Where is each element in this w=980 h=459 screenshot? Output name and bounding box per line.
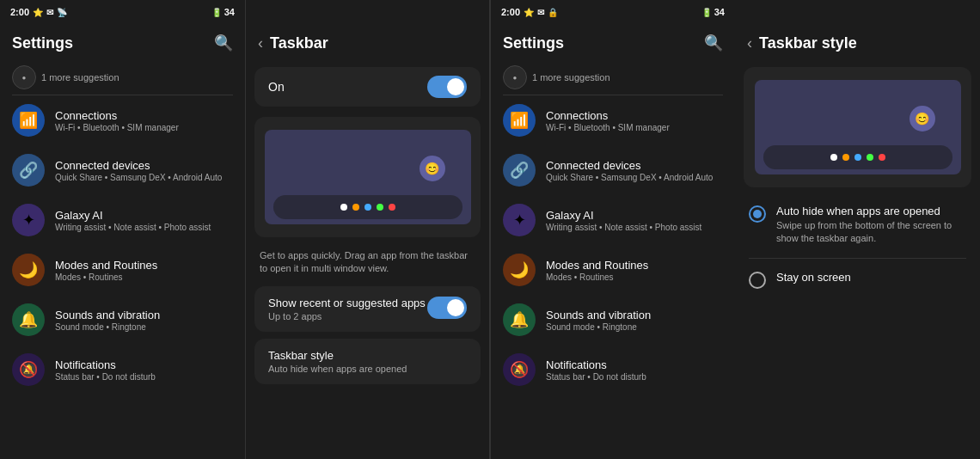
stay-on-option[interactable]: Stay on screen <box>735 259 980 301</box>
modes-title-right: Modes and Routines <box>546 259 648 272</box>
sounds-icon-right: 🔔 <box>503 303 536 336</box>
settings-item-connections-right[interactable]: 📶 Connections Wi-Fi • Bluetooth • SIM ma… <box>491 95 735 145</box>
style-dot-3 <box>854 154 861 161</box>
taskbar-description: Get to apps quickly. Drag an app from th… <box>246 242 489 283</box>
message-icon: ✉ <box>46 8 53 17</box>
connected-devices-subtitle-left: Quick Share • Samsung DeX • Android Auto <box>55 173 222 182</box>
show-recent-toggle-knob <box>447 299 464 316</box>
style-dot-5 <box>879 154 885 161</box>
style-preview-inner: 😊 <box>755 80 961 174</box>
preview-dot-1 <box>340 204 347 211</box>
settings-header-left: Settings 🔍 <box>0 24 245 62</box>
sounds-subtitle-right: Sound mode • Ringtone <box>546 322 651 332</box>
settings-item-connected-left[interactable]: 🔗 Connected devices Quick Share • Samsun… <box>0 145 245 195</box>
suggestion-bar-right: ● 1 more suggestion <box>491 62 735 95</box>
battery-icon-right: 🔋 <box>701 8 712 17</box>
star-icon-right: ⭐ <box>524 8 534 17</box>
preview-dot-4 <box>377 204 383 211</box>
settings-item-connected-right[interactable]: 🔗 Connected devices Quick Share • Samsun… <box>491 145 735 195</box>
settings-item-galaxy-left[interactable]: ✦ Galaxy AI Writing assist • Note assist… <box>0 195 245 245</box>
auto-hide-text: Auto hide when apps are opened Swipe up … <box>776 205 966 246</box>
connected-devices-icon-right: 🔗 <box>503 154 536 187</box>
settings-item-sounds-left[interactable]: 🔔 Sounds and vibration Sound mode • Ring… <box>0 295 245 345</box>
settings-item-galaxy-right[interactable]: ✦ Galaxy AI Writing assist • Note assist… <box>491 195 735 245</box>
modes-icon-right: 🌙 <box>503 254 536 286</box>
search-button-left[interactable]: 🔍 <box>214 34 233 52</box>
settings-item-connections-left[interactable]: 📶 Connections Wi-Fi • Bluetooth • SIM ma… <box>0 95 245 145</box>
galaxy-ai-subtitle-right: Writing assist • Note assist • Photo ass… <box>546 223 701 232</box>
style-preview-bubble: 😊 <box>910 106 935 132</box>
auto-hide-title: Auto hide when apps are opened <box>776 205 966 217</box>
style-dot-2 <box>842 154 849 161</box>
modes-icon-left: 🌙 <box>12 254 45 286</box>
taskbar-style-subtitle: Auto hide when apps are opened <box>268 364 467 374</box>
taskbar-back-button[interactable]: ‹ <box>258 34 263 52</box>
preview-dot-2 <box>352 204 359 211</box>
settings-list-right: 📶 Connections Wi-Fi • Bluetooth • SIM ma… <box>491 95 735 459</box>
settings-item-notifications-right[interactable]: 🔕 Notifications Status bar • Do not dist… <box>491 345 735 395</box>
notifications-title-left: Notifications <box>55 358 156 371</box>
connected-devices-icon-left: 🔗 <box>12 154 45 187</box>
stay-on-radio[interactable] <box>749 272 766 289</box>
galaxy-ai-title-right: Galaxy AI <box>546 209 701 222</box>
settings-item-notifications-left[interactable]: 🔕 Notifications Status bar • Do not dist… <box>0 345 245 395</box>
connected-devices-subtitle-right: Quick Share • Samsung DeX • Android Auto <box>546 173 713 182</box>
galaxy-ai-title-left: Galaxy AI <box>55 209 211 222</box>
settings-item-modes-right[interactable]: 🌙 Modes and Routines Modes • Routines <box>491 245 735 295</box>
taskbar-style-row[interactable]: Taskbar style Auto hide when apps are op… <box>254 339 481 384</box>
stay-on-text: Stay on screen <box>776 271 851 284</box>
galaxy-ai-subtitle-left: Writing assist • Note assist • Photo ass… <box>55 223 211 232</box>
sounds-text-left: Sounds and vibration Sound mode • Ringto… <box>55 309 160 332</box>
settings-item-modes-left[interactable]: 🌙 Modes and Routines Modes • Routines <box>0 245 245 295</box>
connections-icon-left: 📶 <box>12 104 45 137</box>
auto-hide-subtitle: Swipe up from the bottom of the screen t… <box>776 219 966 246</box>
search-button-right[interactable]: 🔍 <box>704 34 723 52</box>
status-bar-right: 2:00 ⭐ ✉ 🔒 🔋 34 <box>491 0 735 24</box>
modes-title-left: Modes and Routines <box>55 259 157 272</box>
show-recent-toggle[interactable] <box>427 297 467 319</box>
settings-panel-right: 2:00 ⭐ ✉ 🔒 🔋 34 Settings 🔍 ● 1 more sugg… <box>490 0 735 459</box>
connected-devices-title-left: Connected devices <box>55 159 222 172</box>
taskbar-style-title: Taskbar style <box>759 34 857 52</box>
galaxy-ai-text-left: Galaxy AI Writing assist • Note assist •… <box>55 209 211 232</box>
signal-icon: 📡 <box>57 8 67 17</box>
notifications-icon-left: 🔕 <box>12 353 45 386</box>
battery-level-left: 34 <box>224 7 235 17</box>
lock-icon-right: 🔒 <box>548 8 558 17</box>
status-bar-left: 2:00 ⭐ ✉ 📡 🔋 34 <box>0 0 245 24</box>
connections-title-left: Connections <box>55 109 179 122</box>
dot-icon-right: ● <box>513 74 518 82</box>
suggestion-text-left: 1 more suggestion <box>41 72 119 83</box>
auto-hide-option[interactable]: Auto hide when apps are opened Swipe up … <box>735 193 980 258</box>
auto-hide-radio[interactable] <box>749 205 766 223</box>
connections-text-right: Connections Wi-Fi • Bluetooth • SIM mana… <box>546 109 670 132</box>
taskbar-style-panel: 2:00 ‹ Taskbar style 😊 Auto hide when ap… <box>735 0 980 459</box>
sounds-subtitle-left: Sound mode • Ringtone <box>55 322 160 332</box>
settings-title-left: Settings <box>12 34 73 52</box>
taskbar-preview: 😊 <box>254 117 481 237</box>
modes-text-right: Modes and Routines Modes • Routines <box>546 259 648 282</box>
modes-subtitle-left: Modes • Routines <box>55 272 157 282</box>
toggle-knob <box>447 78 464 95</box>
show-recent-option[interactable]: Show recent or suggested apps Up to 2 ap… <box>254 286 481 332</box>
notifications-subtitle-left: Status bar • Do not disturb <box>55 372 156 382</box>
notifications-title-right: Notifications <box>546 358 646 371</box>
msg-icon-right: ✉ <box>537 8 544 17</box>
suggestion-text-right: 1 more suggestion <box>532 72 610 83</box>
sounds-title-right: Sounds and vibration <box>546 309 651 321</box>
taskbar-style-header: ‹ Taskbar style <box>735 24 980 62</box>
settings-item-sounds-right[interactable]: 🔔 Sounds and vibration Sound mode • Ring… <box>491 295 735 345</box>
on-toggle[interactable] <box>427 76 467 98</box>
suggestion-bar-left: ● 1 more suggestion <box>0 62 245 95</box>
auto-hide-radio-inner <box>753 210 762 218</box>
on-toggle-row[interactable]: On <box>254 67 481 107</box>
notifications-icon-right: 🔕 <box>503 353 536 386</box>
taskbar-style-back-button[interactable]: ‹ <box>747 34 752 52</box>
sounds-icon-left: 🔔 <box>12 303 45 336</box>
modes-text-left: Modes and Routines Modes • Routines <box>55 259 157 282</box>
show-recent-subtitle: Up to 2 apps <box>268 311 426 321</box>
preview-inner: 😊 <box>265 130 471 224</box>
settings-header-right: Settings 🔍 <box>491 24 735 62</box>
notifications-text-left: Notifications Status bar • Do not distur… <box>55 358 156 382</box>
suggestion-dot-left: ● <box>12 65 36 89</box>
